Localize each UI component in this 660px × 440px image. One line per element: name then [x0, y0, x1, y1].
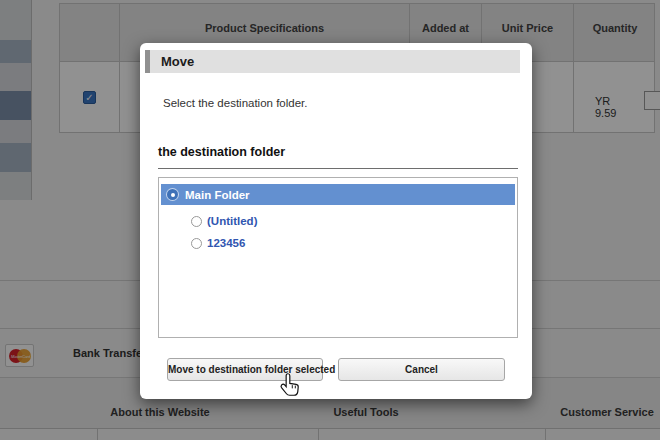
move-dialog: Move Select the destination folder. the …: [140, 43, 532, 399]
folder-option-main[interactable]: Main Folder: [161, 184, 515, 205]
folder-label: (Untitled): [207, 215, 257, 227]
dialog-description: Select the destination folder.: [163, 97, 308, 109]
folder-label: 123456: [207, 237, 245, 249]
folder-option-untitled[interactable]: (Untitled): [161, 215, 515, 227]
cancel-button[interactable]: Cancel: [338, 358, 505, 381]
radio-selected-icon[interactable]: [167, 189, 178, 200]
folder-list: Main Folder (Untitled) 123456: [158, 177, 518, 338]
folder-option-123456[interactable]: 123456: [161, 237, 515, 249]
radio-unselected-icon[interactable]: [191, 216, 202, 227]
hand-cursor-icon: [278, 372, 304, 400]
dialog-title: Move: [145, 50, 520, 73]
radio-unselected-icon[interactable]: [191, 238, 202, 249]
folder-label: Main Folder: [185, 189, 250, 201]
destination-folder-heading: the destination folder: [158, 145, 285, 159]
heading-underline: [158, 168, 518, 169]
